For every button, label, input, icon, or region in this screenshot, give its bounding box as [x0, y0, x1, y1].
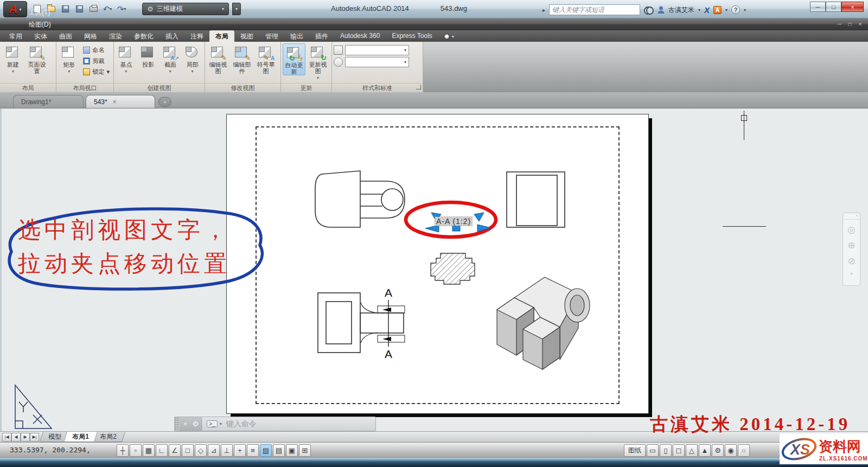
maximize-button[interactable]: □ [826, 2, 841, 12]
search-binoculars-icon[interactable] [644, 7, 654, 13]
lock-viewport-button[interactable]: 锁定▾ [81, 67, 112, 76]
command-line-bar[interactable]: × ⚙ >_ ▾ 键入命令 [174, 417, 376, 431]
status-toggle-quick-properties[interactable]: ▤ [273, 444, 285, 457]
pan-hand-icon[interactable]: ⊕ [847, 240, 855, 251]
panel-title-layout[interactable]: 布局 [0, 83, 56, 92]
command-close-icon[interactable]: × [183, 420, 188, 428]
edit-components-button[interactable]: ✎ 编辑部件 [231, 43, 253, 74]
exchange-apps-icon[interactable]: A [713, 6, 722, 14]
last-tab-button[interactable]: ▶| [30, 433, 39, 442]
status-toggle-annotation-scale[interactable]: △ [686, 444, 698, 457]
panel-title-create-view[interactable]: 创建视图 [114, 83, 205, 92]
status-toggle-dynamic-ucs[interactable]: ⊥ [221, 444, 233, 457]
chevron-down-icon[interactable]: ▾ [850, 271, 852, 276]
status-toggle-annotation-visibility[interactable]: ▲ [699, 444, 711, 457]
new-drawing-tab-button[interactable]: + [158, 97, 171, 107]
paper-model-toggle[interactable]: 图纸 [624, 444, 646, 457]
status-toggle-object-snap-tracking[interactable]: ⊿ [208, 444, 220, 457]
command-prompt-icon[interactable]: >_ [207, 420, 217, 427]
detail-view-button[interactable]: 局部 ▾ [182, 43, 203, 75]
ribbon-tab[interactable]: 输出 [284, 30, 309, 42]
section-view-button[interactable]: A↗ 截面 ▾ [160, 43, 181, 75]
status-toggle-lineweight[interactable]: ≡ [247, 444, 259, 457]
ribbon-tab[interactable]: 插入 [159, 30, 184, 42]
update-view-button[interactable]: ↻ 更新视图 ▾ [307, 43, 329, 81]
page-setup-button[interactable]: ✎ 页面设置 [25, 43, 48, 74]
autodesk-exchange-icon[interactable]: X [704, 5, 710, 15]
steering-wheel-icon[interactable]: ◎ [847, 224, 856, 235]
ribbon-tab[interactable]: 网格 [78, 30, 103, 42]
ribbon-tab[interactable]: Autodesk 360 [334, 30, 386, 42]
close-button[interactable]: × [841, 2, 864, 12]
status-toggle-quick-view-drawings[interactable]: ▯ [660, 444, 672, 457]
auto-update-button[interactable]: ϟ↻ 自动更新 [283, 43, 305, 75]
close-tab-icon[interactable]: × [113, 98, 117, 106]
paper-sheet[interactable]: A A [226, 114, 649, 414]
menu-item[interactable]: 工具(T) [22, 7, 59, 18]
ribbon-tab[interactable]: 管理 [259, 30, 284, 42]
clip-viewport-button[interactable]: 剪裁 [81, 56, 112, 66]
status-toggle-clean-screen[interactable]: ○ [738, 444, 750, 457]
panel-title-viewports[interactable]: 布局视口 [56, 83, 113, 92]
first-tab-button[interactable]: |◀ [2, 433, 11, 442]
standard-dropdown[interactable]: ▾ [345, 57, 409, 67]
navbar-close-icon[interactable]: × [843, 213, 860, 220]
doc-tab-drawing1[interactable]: Drawing1* [13, 95, 84, 108]
workspace-switcher[interactable]: ⚙ 三维建模 ▾ [142, 3, 229, 15]
doc-tab-543[interactable]: 543* × [86, 95, 155, 108]
status-toggle-toolbar-lock[interactable]: ◉ [725, 444, 737, 457]
ribbon-tab[interactable]: 渲染 [103, 30, 128, 42]
dialog-launcher-icon[interactable] [416, 85, 421, 89]
status-toggle-quick-view-layouts[interactable]: ▭ [647, 444, 659, 457]
status-toggle-ortho[interactable]: ∟ [156, 444, 168, 457]
ribbon-tab[interactable]: 注释 [184, 30, 209, 42]
ribbon-tab[interactable]: 参数化 [128, 30, 159, 42]
panel-title-styles[interactable]: 样式和标准 [332, 83, 423, 92]
doc-minimize-button[interactable]: ─ [835, 20, 844, 28]
panel-title-modify-view[interactable]: 修改视图 [205, 83, 280, 92]
status-toggle-selection-preview[interactable]: ◻ [673, 444, 685, 457]
status-toggle-3d-object-snap[interactable]: ◇ [195, 444, 207, 457]
qat-customize-button[interactable]: ▾ [232, 3, 241, 15]
wrench-customize-icon[interactable]: ⚙ [193, 420, 199, 428]
redo-button[interactable]: ↷▾ [116, 3, 127, 14]
named-viewport-button[interactable]: 命名 [81, 45, 112, 55]
search-input[interactable] [549, 4, 640, 15]
chevron-down-icon[interactable]: ▾ [220, 421, 222, 426]
status-toggle-grid-snap[interactable]: ▫ [130, 444, 142, 457]
status-toggle-annotation-monitor[interactable]: ⊞ [299, 444, 311, 457]
standard-brush-icon[interactable] [334, 57, 343, 67]
status-toggle-settings-gear[interactable]: ⚙ [712, 444, 724, 457]
command-input-placeholder[interactable]: 键入命令 [226, 419, 257, 429]
section-view-label-selected[interactable]: A-A (1:2) [435, 217, 472, 226]
next-tab-button[interactable]: ▶ [21, 433, 30, 442]
infocenter-collapse-icon[interactable]: ▸ [542, 7, 545, 13]
menu-item[interactable]: 绘图(D) [22, 18, 59, 30]
rectangular-viewport-button[interactable]: 矩形 ▾ [58, 43, 80, 75]
tab-layout1[interactable]: 布局1 [63, 432, 98, 442]
status-toggle-polar-tracking[interactable]: ∠ [169, 444, 181, 457]
plot-button[interactable] [88, 3, 99, 14]
zoom-icon[interactable]: ⊘ [847, 255, 855, 267]
save-as-button[interactable] [74, 3, 85, 14]
ribbon-tab[interactable]: 常用 [3, 30, 28, 42]
prev-tab-button[interactable]: ◀ [11, 433, 21, 442]
projected-view-button[interactable]: 投影 [138, 43, 159, 68]
undo-button[interactable]: ↶▾ [102, 3, 113, 14]
ribbon-minimize-button[interactable]: ▾ [444, 34, 454, 40]
signin-username[interactable]: 古滇艾米 [668, 5, 694, 15]
doc-restore-button[interactable]: □ [845, 20, 854, 28]
ribbon-tab[interactable]: 曲面 [53, 30, 78, 42]
symbol-sketch-button[interactable]: A✎ 符号草图 [254, 43, 277, 74]
status-toggle-object-snap[interactable]: □ [182, 444, 194, 457]
panel-title-update[interactable]: 更新 [281, 83, 331, 92]
drawing-canvas[interactable]: A A [0, 108, 868, 431]
status-toggle-dynamic-input[interactable]: + [234, 444, 246, 457]
ribbon-tab[interactable]: 实体 [28, 30, 53, 42]
new-layout-button[interactable]: 新建 ▾ [2, 43, 24, 75]
ribbon-tab[interactable]: 布局 [209, 30, 234, 42]
style-dropdown[interactable]: ▾ [345, 45, 409, 55]
minimize-button[interactable]: ─ [810, 2, 826, 12]
ribbon-tab[interactable]: 视图 [234, 30, 259, 42]
doc-close-button[interactable]: × [856, 20, 865, 28]
